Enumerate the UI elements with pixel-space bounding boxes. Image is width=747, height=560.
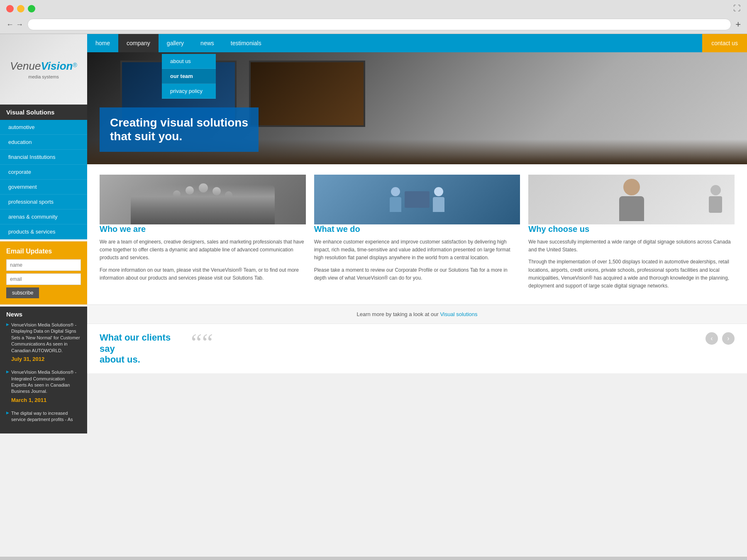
what-we-do-title: What we do bbox=[314, 224, 520, 234]
traffic-light-red[interactable] bbox=[6, 5, 14, 12]
news-item-3-text: The digital way to increased service dep… bbox=[11, 410, 81, 423]
hero-text-box: Creating visual solutions that suit you. bbox=[100, 107, 259, 152]
visual-solutions-link[interactable]: Visual solutions bbox=[440, 311, 477, 317]
sidebar-item-products[interactable]: products & services bbox=[0, 224, 87, 239]
contact-us-button[interactable]: contact us bbox=[702, 34, 747, 52]
smiling-man-image bbox=[528, 175, 735, 224]
nav-gallery[interactable]: gallery bbox=[159, 34, 192, 52]
nav-home[interactable]: home bbox=[87, 34, 118, 52]
logo-subtitle: media systems bbox=[10, 74, 77, 79]
testimonial-prev-button[interactable]: ‹ bbox=[706, 332, 718, 345]
logo-vision: Vision bbox=[41, 60, 73, 72]
logo-tm: ® bbox=[73, 61, 77, 68]
testimonials-title-line1: What our clients say bbox=[100, 332, 171, 353]
subscribe-button[interactable]: subscribe bbox=[6, 287, 39, 298]
team-image bbox=[100, 175, 306, 224]
nav-news[interactable]: news bbox=[192, 34, 222, 52]
testimonial-next-button[interactable]: › bbox=[722, 332, 735, 345]
why-choose-us-text2: Through the implementation of over 1,500… bbox=[528, 258, 735, 290]
what-we-do-column: What we do We enhance customer experienc… bbox=[314, 175, 520, 294]
dropdown-privacy-policy[interactable]: privacy policy bbox=[162, 84, 216, 99]
dropdown-about-us[interactable]: about us bbox=[162, 54, 216, 69]
new-tab-button[interactable]: + bbox=[735, 19, 741, 30]
news-item-2-text: VenueVision Media Solutions® - Integrate… bbox=[11, 369, 81, 395]
sidebar-item-financial[interactable]: financial Institutions bbox=[0, 150, 87, 165]
back-button[interactable]: ← bbox=[6, 20, 14, 29]
email-updates-section: Email Updates subscribe bbox=[0, 241, 87, 304]
learn-more-text: Learn more by taking a look at our bbox=[357, 311, 439, 317]
news-title: News bbox=[6, 311, 81, 318]
why-choose-us-column: Why choose us We have successfully imple… bbox=[528, 175, 735, 294]
sidebar-navigation: automotive education financial Instituti… bbox=[0, 120, 87, 239]
name-input[interactable] bbox=[6, 259, 81, 271]
sidebar-item-government[interactable]: government bbox=[0, 180, 87, 195]
nav-company[interactable]: company bbox=[118, 34, 159, 52]
news-item-1: VenueVision Media Solutions® - Displayin… bbox=[6, 322, 81, 363]
logo: VenueVision® media systems bbox=[10, 60, 77, 79]
email-updates-title: Email Updates bbox=[6, 248, 81, 255]
news-item-3: The digital way to increased service dep… bbox=[6, 410, 81, 423]
news-item-1-text: VenueVision Media Solutions® - Displayin… bbox=[11, 322, 81, 354]
who-we-are-text1: We are a team of engineers, creative des… bbox=[100, 238, 306, 262]
testimonials-title-line2: about us. bbox=[100, 354, 140, 365]
sidebar-item-corporate[interactable]: corporate bbox=[0, 165, 87, 180]
quote-mark: ““ bbox=[191, 332, 213, 352]
why-choose-us-text1: We have successfully implemented a wide … bbox=[528, 238, 735, 254]
address-bar[interactable] bbox=[27, 19, 731, 30]
what-we-do-text2: Please take a moment to review our Corpo… bbox=[314, 266, 520, 282]
news-item-2-date: March 1, 2011 bbox=[11, 397, 81, 404]
hero-headline: Creating visual solutions that suit you. bbox=[110, 116, 248, 144]
who-we-are-column: Who we are We are a team of engineers, c… bbox=[100, 175, 306, 294]
sidebar-image: VenueVision® media systems bbox=[0, 34, 87, 105]
what-we-do-text1: We enhance customer experience and impro… bbox=[314, 238, 520, 262]
traffic-light-green[interactable] bbox=[28, 5, 35, 12]
content-sections: Who we are We are a team of engineers, c… bbox=[87, 164, 747, 304]
sidebar: VenueVision® media systems Visual Soluti… bbox=[0, 34, 87, 557]
visual-solutions-heading: Visual Solutions bbox=[0, 105, 87, 120]
company-dropdown: about us our team privacy policy bbox=[162, 54, 216, 99]
sidebar-item-education[interactable]: education bbox=[0, 135, 87, 150]
dropdown-our-team[interactable]: our team bbox=[162, 69, 216, 84]
main-content: home company gallery news testimonials c… bbox=[87, 34, 747, 557]
who-we-are-title: Who we are bbox=[100, 224, 306, 234]
news-item-1-date: July 31, 2012 bbox=[11, 355, 81, 363]
learn-more-bar: Learn more by taking a look at our Visua… bbox=[87, 304, 747, 324]
who-we-are-text2: For more information on our team, please… bbox=[100, 266, 306, 282]
news-item-2: VenueVision Media Solutions® - Integrate… bbox=[6, 369, 81, 404]
sidebar-item-automotive[interactable]: automotive bbox=[0, 120, 87, 135]
sidebar-item-professional-sports[interactable]: professional sports bbox=[0, 195, 87, 209]
top-navigation: home company gallery news testimonials c… bbox=[87, 34, 747, 52]
why-choose-us-title: Why choose us bbox=[528, 224, 735, 234]
sidebar-item-arenas[interactable]: arenas & community bbox=[0, 209, 87, 224]
browser-expand-icon[interactable]: ⛶ bbox=[733, 4, 741, 13]
forward-button[interactable]: → bbox=[16, 20, 23, 29]
traffic-light-yellow[interactable] bbox=[17, 5, 24, 12]
logo-venue: Venue bbox=[10, 60, 41, 72]
news-section: News VenueVision Media Solutions® - Disp… bbox=[0, 307, 87, 433]
email-input[interactable] bbox=[6, 273, 81, 285]
testimonials-section: What our clients say about us. ““ ‹ › bbox=[87, 324, 747, 373]
meeting-image bbox=[314, 175, 520, 224]
nav-testimonials[interactable]: testimonials bbox=[222, 34, 270, 52]
